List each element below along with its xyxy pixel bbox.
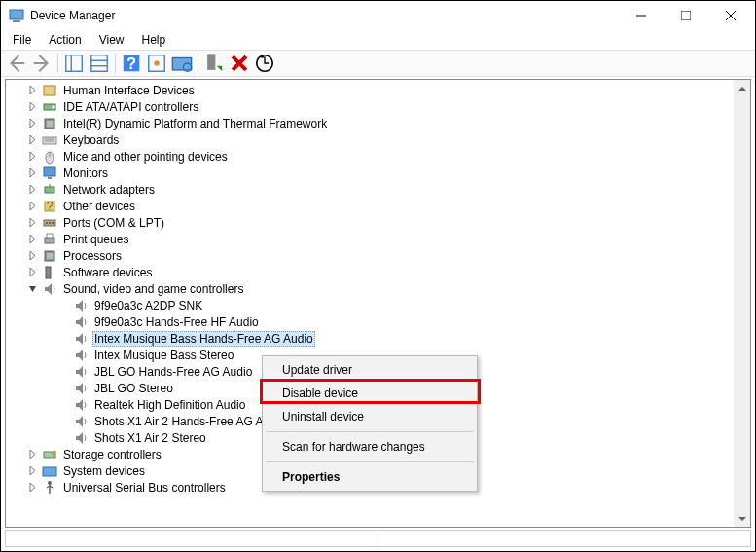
tree-category[interactable]: Human Interface Devices: [6, 82, 734, 98]
tree-category[interactable]: Network adapters: [6, 181, 734, 198]
tree-label: Intex Musique Bass Hands-Free AG Audio: [92, 331, 315, 347]
cm-update-driver[interactable]: Update driver: [265, 358, 475, 382]
twisty-none: [56, 430, 71, 445]
device-category-icon: [42, 166, 57, 181]
chevron-right-icon[interactable]: [25, 116, 40, 130]
tree-category[interactable]: Mice and other pointing devices: [6, 148, 734, 165]
tree-category[interactable]: Software devices: [6, 264, 734, 280]
chevron-right-icon[interactable]: [25, 215, 40, 230]
menu-file[interactable]: File: [5, 31, 39, 49]
tree-device[interactable]: 9f9e0a3c Hands-Free HF Audio: [6, 313, 734, 330]
tree-category[interactable]: Processors: [6, 247, 734, 264]
maximize-button[interactable]: [664, 1, 708, 30]
svg-rect-40: [47, 234, 53, 238]
chevron-right-icon[interactable]: [25, 199, 40, 213]
svg-point-46: [48, 481, 52, 485]
menu-action[interactable]: Action: [41, 31, 89, 49]
tree-device[interactable]: Intex Musique Bass Hands-Free AG Audio: [6, 330, 734, 347]
cm-scan-hardware[interactable]: Scan for hardware changes: [265, 435, 475, 459]
toolbar-separator: [115, 54, 116, 73]
svg-point-36: [46, 222, 48, 224]
uninstall-button[interactable]: [228, 52, 251, 75]
svg-point-21: [52, 105, 55, 109]
tree-category[interactable]: IDE ATA/ATAPI controllers: [6, 98, 734, 115]
properties-button[interactable]: [88, 52, 111, 75]
tree-category[interactable]: ?Other devices: [6, 198, 734, 214]
twisty-none: [56, 364, 71, 379]
device-category-icon: [42, 265, 57, 280]
chevron-right-icon[interactable]: [25, 132, 40, 147]
chevron-down-icon[interactable]: [25, 281, 40, 296]
enable-button[interactable]: [202, 52, 226, 75]
tree-category[interactable]: Sound, video and game controllers: [6, 280, 734, 297]
speaker-icon: [73, 397, 89, 413]
speaker-icon: [73, 364, 89, 380]
show-hide-tree-button[interactable]: [62, 52, 86, 75]
chevron-right-icon[interactable]: [25, 232, 40, 246]
tree-category[interactable]: Intel(R) Dynamic Platform and Thermal Fr…: [6, 115, 734, 131]
twisty-none: [56, 348, 71, 362]
tree-label: 9f9e0a3c A2DP SNK: [92, 299, 204, 313]
context-menu-separator: [266, 461, 474, 462]
toolbar-separator: [57, 54, 58, 73]
minimize-button[interactable]: [619, 1, 664, 30]
tree-label: Other devices: [61, 200, 137, 213]
tree-label: Keyboards: [61, 133, 121, 147]
chevron-right-icon[interactable]: [25, 182, 40, 197]
cm-uninstall-device[interactable]: Uninstall device: [265, 405, 475, 428]
chevron-right-icon[interactable]: [25, 480, 40, 495]
svg-rect-23: [47, 121, 53, 127]
speaker-icon: [73, 314, 89, 330]
tree-label: System devices: [61, 464, 147, 478]
tree-category[interactable]: Monitors: [6, 165, 734, 181]
device-category-icon: ?: [42, 199, 57, 214]
device-category-icon: [42, 447, 57, 462]
tree-label: Shots X1 Air 2 Hands-Free AG Audio: [92, 415, 287, 428]
cm-properties[interactable]: Properties: [265, 465, 475, 489]
svg-rect-8: [91, 55, 108, 72]
speaker-icon: [73, 430, 89, 446]
context-menu: Update driver Disable device Uninstall d…: [262, 355, 478, 492]
device-category-icon: [42, 215, 57, 231]
svg-rect-0: [10, 10, 23, 19]
scroll-up-icon[interactable]: [734, 80, 750, 96]
svg-rect-17: [207, 54, 215, 70]
speaker-icon: [73, 331, 89, 347]
window-title: Device Manager: [30, 9, 619, 22]
svg-text:?: ?: [126, 55, 136, 72]
action-button[interactable]: [145, 52, 168, 75]
scroll-down-icon[interactable]: [734, 510, 750, 527]
chevron-right-icon[interactable]: [25, 265, 40, 279]
tree-label: Universal Serial Bus controllers: [61, 481, 228, 495]
twisty-none: [56, 331, 71, 346]
close-button[interactable]: [708, 1, 753, 30]
svg-rect-43: [46, 267, 51, 278]
vertical-scrollbar[interactable]: [734, 80, 750, 527]
chevron-right-icon[interactable]: [25, 248, 40, 263]
context-menu-separator: [266, 431, 474, 432]
svg-rect-1: [13, 20, 20, 22]
chevron-right-icon[interactable]: [25, 447, 40, 461]
tree-device[interactable]: 9f9e0a3c A2DP SNK: [6, 297, 734, 313]
tree-category[interactable]: Ports (COM & LPT): [6, 214, 734, 231]
back-button[interactable]: [5, 52, 28, 75]
tree-label: Monitors: [61, 166, 110, 180]
menu-help[interactable]: Help: [134, 31, 174, 49]
chevron-right-icon[interactable]: [25, 166, 40, 180]
forward-button[interactable]: [30, 52, 54, 75]
cm-disable-device[interactable]: Disable device: [265, 382, 475, 405]
help-button[interactable]: ?: [120, 52, 143, 75]
chevron-right-icon[interactable]: [25, 83, 40, 97]
svg-rect-42: [47, 253, 53, 259]
chevron-right-icon[interactable]: [25, 99, 40, 114]
tree-label: Realtek High Definition Audio: [92, 398, 247, 412]
tree-category[interactable]: Keyboards: [6, 131, 734, 148]
tree-label: Human Interface Devices: [61, 84, 197, 97]
tree-category[interactable]: Print queues: [6, 231, 734, 247]
svg-text:?: ?: [47, 200, 54, 213]
chevron-right-icon[interactable]: [25, 463, 40, 478]
update-button[interactable]: [253, 52, 276, 75]
menu-view[interactable]: View: [91, 31, 132, 49]
chevron-right-icon[interactable]: [25, 149, 40, 164]
scan-button[interactable]: [170, 52, 194, 75]
